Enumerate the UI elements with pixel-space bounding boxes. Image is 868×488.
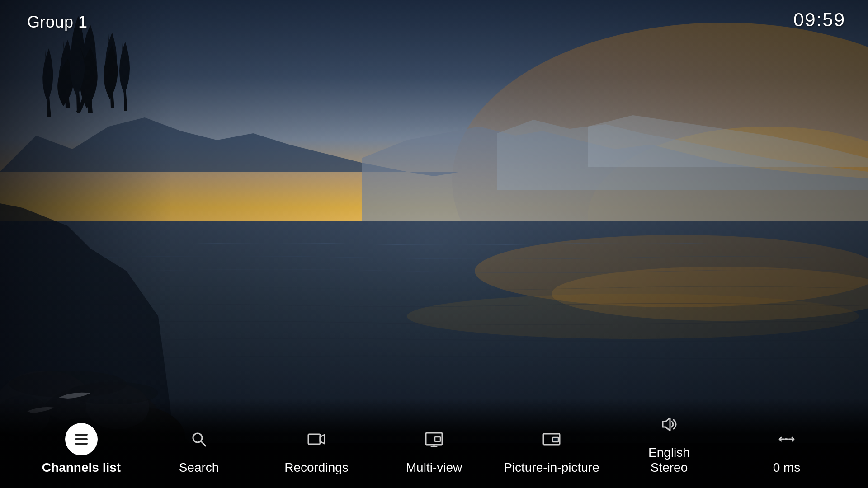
svg-line-24 (201, 441, 206, 446)
list-icon (65, 423, 98, 455)
recordings-label: Recordings (284, 460, 349, 475)
svg-rect-27 (435, 437, 440, 441)
search-label: Search (179, 460, 219, 475)
search-icon (183, 423, 215, 455)
audio-label: English Stereo (648, 445, 690, 475)
multiview-label: Multi-view (406, 460, 462, 475)
delay-icon (770, 423, 803, 455)
svg-rect-21 (75, 438, 88, 440)
svg-rect-26 (426, 433, 442, 445)
nav-item-multiview[interactable]: Multi-view (375, 423, 493, 475)
nav-item-audio[interactable]: English Stereo (610, 408, 728, 475)
nav-item-channels-list[interactable]: Channels list (23, 423, 140, 475)
channels-list-label: Channels list (42, 460, 121, 475)
nav-item-delay[interactable]: 0 ms (728, 423, 845, 475)
group-label: Group 1 (27, 13, 88, 32)
recordings-icon (300, 423, 333, 455)
svg-rect-22 (75, 443, 88, 445)
svg-rect-20 (75, 434, 88, 436)
pip-label: Picture-in-picture (504, 460, 599, 475)
multiview-icon (418, 423, 450, 455)
nav-item-pip[interactable]: Picture-in-picture (493, 423, 610, 475)
nav-item-recordings[interactable]: Recordings (258, 423, 375, 475)
pip-icon (535, 423, 568, 455)
nav-bar: Channels list Search Recordings (0, 398, 868, 488)
nav-item-search[interactable]: Search (140, 423, 258, 475)
svg-point-36 (787, 438, 789, 440)
svg-rect-25 (308, 434, 320, 444)
delay-label: 0 ms (773, 460, 801, 475)
audio-icon (653, 408, 685, 441)
time-display: 09:59 (793, 9, 845, 31)
svg-rect-31 (552, 437, 558, 442)
screen: Group 1 09:59 Channels list S (0, 0, 868, 488)
